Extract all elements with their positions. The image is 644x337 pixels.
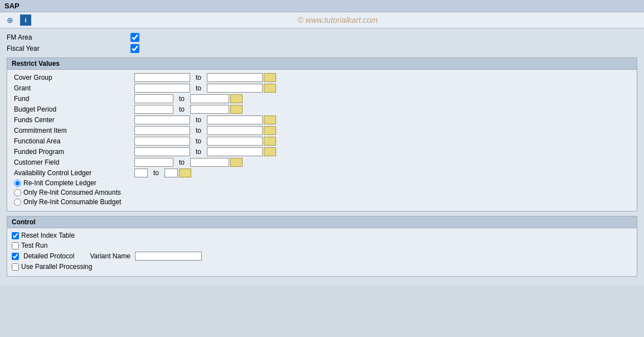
funds-center-to[interactable] <box>207 115 263 124</box>
restrict-values-section: Restrict Values Cover Group to Grant to … <box>7 57 637 211</box>
test-run-checkbox[interactable] <box>12 242 19 249</box>
cover-group-to[interactable] <box>207 73 263 82</box>
test-run-row: Test Run <box>12 242 632 249</box>
commitment-item-label: Commitment Item <box>12 127 134 134</box>
fund-to[interactable] <box>190 94 229 103</box>
funds-center-btn[interactable] <box>264 115 276 124</box>
functional-area-btn[interactable] <box>264 137 276 146</box>
commitment-item-from[interactable] <box>134 126 190 135</box>
grant-from[interactable] <box>134 84 190 93</box>
grant-row: Grant to <box>12 84 632 93</box>
avail-control-ledger-to[interactable] <box>164 168 178 177</box>
cover-group-btn[interactable] <box>264 73 276 82</box>
avail-control-ledger-row: Availability Control Ledger to <box>12 168 632 177</box>
functional-area-to[interactable] <box>207 137 263 146</box>
funded-program-row: Funded Program to <box>12 147 632 156</box>
app-title: SAP <box>4 2 20 10</box>
budget-period-from[interactable] <box>134 105 173 114</box>
fund-from[interactable] <box>134 94 173 103</box>
reset-index-checkbox[interactable] <box>12 232 19 239</box>
control-section: Control Reset Index Table Test Run Detai… <box>7 216 637 277</box>
detailed-protocol-label: Detailed Protocol <box>23 252 74 260</box>
funds-center-row: Funds Center to <box>12 115 632 124</box>
fiscal-year-label: Fiscal Year <box>7 45 129 52</box>
customer-field-row: Customer Field to <box>12 158 632 167</box>
info-icon[interactable]: i <box>20 15 31 26</box>
parallel-processing-label: Use Parallel Processing <box>21 263 92 271</box>
restrict-values-title: Restrict Values <box>7 58 637 70</box>
funds-center-label: Funds Center <box>12 116 134 124</box>
fm-area-label: FM Area <box>7 33 129 41</box>
budget-period-btn[interactable] <box>230 105 243 114</box>
commitment-item-to[interactable] <box>207 126 263 135</box>
toolbar: ⊕ i © www.tutorialkart.com <box>0 12 644 28</box>
budget-period-to[interactable] <box>190 105 229 114</box>
customer-field-to[interactable] <box>190 158 229 167</box>
fund-label: Fund <box>12 95 134 103</box>
reinit-complete-row: Re-Init Complete Ledger <box>12 179 632 187</box>
grant-label: Grant <box>12 84 134 92</box>
funded-program-label: Funded Program <box>12 148 134 156</box>
budget-period-row: Budget Period to <box>12 105 632 114</box>
reset-index-row: Reset Index Table <box>12 232 632 239</box>
customer-field-btn[interactable] <box>230 158 243 167</box>
navigate-icon[interactable]: ⊕ <box>4 15 16 26</box>
avail-control-ledger-label: Availability Control Ledger <box>12 169 134 177</box>
commitment-item-row: Commitment Item to <box>12 126 632 135</box>
reinit-consumed-row: Only Re-Init Consumed Amounts <box>12 189 632 196</box>
functional-area-row: Functional Area to <box>12 137 632 146</box>
fiscal-year-checkbox[interactable] <box>129 44 141 53</box>
budget-period-label: Budget Period <box>12 105 134 113</box>
reinit-complete-label: Re-Init Complete Ledger <box>23 179 96 187</box>
reset-index-label: Reset Index Table <box>21 232 75 239</box>
watermark: © www.tutorialkart.com <box>36 16 640 25</box>
funded-program-from[interactable] <box>134 147 190 156</box>
detailed-protocol-checkbox[interactable] <box>12 253 19 260</box>
grant-btn[interactable] <box>264 84 276 93</box>
fiscal-year-row: Fiscal Year <box>7 44 637 53</box>
avail-control-ledger-from[interactable] <box>134 168 148 177</box>
cover-group-label: Cover Group <box>12 74 134 81</box>
commitment-item-btn[interactable] <box>264 126 276 135</box>
reinit-complete-radio[interactable] <box>14 180 21 187</box>
reinit-consumed-label: Only Re-Init Consumed Amounts <box>23 189 121 196</box>
funded-program-btn[interactable] <box>264 147 276 156</box>
control-section-title: Control <box>7 216 637 228</box>
parallel-processing-checkbox[interactable] <box>12 263 19 271</box>
reinit-consumable-label: Only Re-Init Consumable Budget <box>23 198 121 206</box>
customer-field-from[interactable] <box>134 158 173 167</box>
variant-name-input[interactable] <box>135 252 202 261</box>
functional-area-label: Functional Area <box>12 137 134 145</box>
functional-area-from[interactable] <box>134 137 190 146</box>
grant-to[interactable] <box>207 84 263 93</box>
fm-area-row: FM Area <box>7 33 637 42</box>
funds-center-from[interactable] <box>134 115 190 124</box>
fund-btn[interactable] <box>230 94 243 103</box>
funded-program-to[interactable] <box>207 147 263 156</box>
fund-row: Fund to <box>12 94 632 103</box>
reinit-consumable-row: Only Re-Init Consumable Budget <box>12 198 632 206</box>
fm-area-checkbox[interactable] <box>129 33 141 42</box>
reinit-consumed-radio[interactable] <box>14 189 21 196</box>
customer-field-label: Customer Field <box>12 158 134 166</box>
test-run-label: Test Run <box>21 242 47 249</box>
cover-group-from[interactable] <box>134 73 190 82</box>
cover-group-row: Cover Group to <box>12 73 632 82</box>
title-bar: SAP <box>0 0 644 12</box>
detailed-protocol-row: Detailed Protocol Variant Name <box>12 252 632 261</box>
avail-control-ledger-btn[interactable] <box>179 168 191 177</box>
parallel-processing-row: Use Parallel Processing <box>12 263 632 271</box>
reinit-consumable-radio[interactable] <box>14 199 21 206</box>
variant-name-label: Variant Name <box>90 252 130 260</box>
